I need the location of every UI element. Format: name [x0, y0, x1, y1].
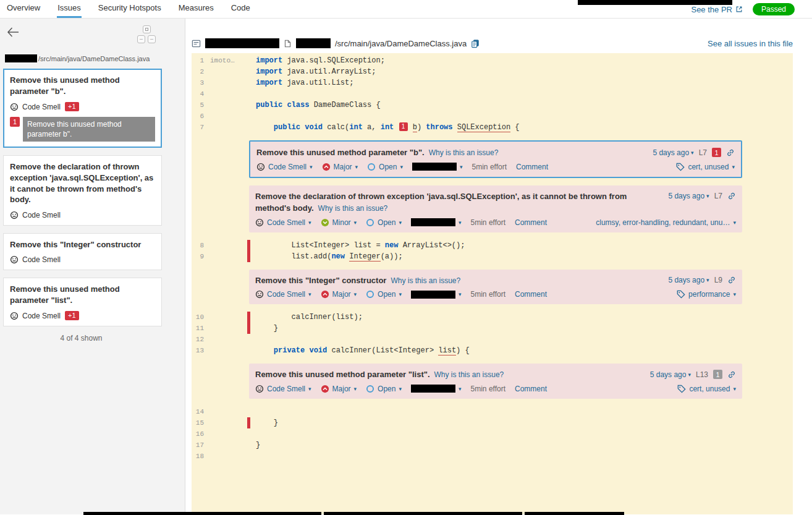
comment-link[interactable]: Comment [515, 290, 547, 299]
tab-code[interactable]: Code [230, 0, 251, 18]
severity-major-icon [321, 385, 329, 393]
assignee-dropdown[interactable]: ▾ [411, 218, 462, 226]
comment-link[interactable]: Comment [515, 218, 547, 227]
issue-location[interactable]: Integer [349, 252, 380, 262]
code-line: 7 public void calc(int a, int 1 b) throw… [192, 122, 793, 133]
location-count-badge[interactable]: 1 [712, 148, 721, 157]
assignee-dropdown[interactable]: ▾ [411, 291, 462, 299]
issue-location[interactable]: SQLException [457, 123, 510, 132]
issue-location[interactable]: b [413, 123, 417, 132]
comment-link[interactable]: Comment [515, 385, 547, 393]
status-dropdown[interactable]: Open▾ [366, 218, 402, 227]
issue-location[interactable]: list [438, 346, 456, 355]
changelog-dropdown[interactable]: 5 days ago▾ [668, 276, 709, 284]
issue-type-dropdown[interactable]: Code Smell▾ [255, 218, 311, 227]
tag-icon [677, 290, 685, 299]
code-line: 18 [192, 451, 793, 462]
issue-card-meta: Code Smell [10, 255, 155, 264]
issue-type-dropdown[interactable]: Code Smell▾ [255, 290, 311, 299]
tab-measures[interactable]: Measures [178, 0, 214, 18]
severity-dropdown[interactable]: Major▾ [321, 290, 357, 299]
external-link-icon [735, 6, 743, 13]
issue-effort: 5min effort [471, 290, 505, 299]
line-number[interactable]: 11 [192, 323, 210, 334]
issue-card-title: Remove this "Integer" constructor [10, 239, 155, 250]
line-number[interactable]: 7 [192, 122, 210, 133]
line-number[interactable]: 16 [192, 428, 210, 440]
permalink-icon[interactable] [727, 370, 736, 379]
location-count-badge[interactable]: 1 [713, 370, 722, 379]
line-number[interactable]: 4 [192, 88, 210, 100]
secondary-count-badge: +1 [65, 102, 79, 111]
changelog-dropdown[interactable]: 5 days ago▾ [650, 370, 691, 379]
tags-dropdown[interactable]: performance▾ [677, 290, 736, 299]
tags-dropdown[interactable]: cert, unused▾ [677, 385, 736, 393]
code-line: 14 [192, 406, 793, 417]
permalink-icon[interactable] [727, 276, 736, 284]
tab-security-hotspots[interactable]: Security Hotspots [98, 0, 162, 18]
issue-type-dropdown[interactable]: Code Smell▾ [256, 163, 313, 171]
line-number[interactable]: 15 [192, 417, 210, 428]
why-issue-link[interactable]: Why is this an issue? [429, 148, 499, 157]
line-number[interactable]: 17 [192, 440, 210, 451]
secondary-location-message[interactable]: Remove this unused method parameter b". [23, 117, 155, 142]
issue-type-dropdown[interactable]: Code Smell▾ [255, 385, 311, 393]
see-all-issues-link[interactable]: See all issues in this file [708, 39, 793, 48]
why-issue-link[interactable]: Why is this an issue? [318, 204, 388, 213]
severity-dropdown[interactable]: Major▾ [321, 385, 357, 393]
copy-path-icon[interactable] [471, 39, 480, 48]
status-dropdown[interactable]: Open▾ [366, 290, 402, 299]
back-button[interactable] [6, 26, 20, 38]
scm-author [210, 111, 247, 122]
line-number[interactable]: 9 [192, 251, 210, 262]
key-icon [143, 25, 151, 33]
line-number[interactable]: 13 [192, 345, 210, 356]
status-dropdown[interactable]: Open▾ [367, 163, 403, 171]
assignee-dropdown[interactable]: ▾ [411, 385, 462, 393]
permalink-icon[interactable] [727, 192, 736, 200]
scm-author [210, 251, 247, 262]
severity-dropdown[interactable]: Major▾ [322, 163, 358, 171]
changelog-dropdown[interactable]: 5 days ago▾ [653, 148, 693, 157]
code-text: List<Integer> list = new ArrayList<>(); [250, 240, 465, 251]
inline-issue[interactable]: Remove this "Integer" constructorWhy is … [249, 270, 742, 305]
tag-icon [677, 385, 686, 393]
line-number[interactable]: 8 [192, 240, 210, 251]
line-number[interactable]: 6 [192, 111, 210, 122]
issue-card[interactable]: Remove this unused method parameter "b".… [3, 69, 162, 148]
inline-issue[interactable]: Remove the declaration of thrown excepti… [249, 185, 742, 232]
line-number[interactable]: 5 [192, 100, 210, 111]
status-dropdown[interactable]: Open▾ [366, 385, 402, 393]
inline-issue[interactable]: Remove this unused method parameter "lis… [249, 364, 742, 399]
severity-dropdown[interactable]: Minor▾ [321, 218, 357, 227]
code-panel: /src/main/java/DameDameClass.java See al… [185, 19, 812, 514]
inline-issue[interactable]: Remove this unused method parameter "b".… [249, 140, 742, 178]
secondary-location-badge[interactable]: 1 [10, 117, 20, 127]
line-number[interactable]: 10 [192, 312, 210, 323]
why-issue-link[interactable]: Why is this an issue? [391, 276, 460, 285]
code-text [250, 406, 256, 417]
line-number[interactable]: 2 [192, 66, 210, 77]
line-number[interactable]: 14 [192, 406, 210, 417]
issue-card[interactable]: Remove this "Integer" constructor Code S… [3, 233, 162, 271]
assignee-dropdown[interactable]: ▾ [412, 163, 463, 171]
line-number[interactable]: 3 [192, 77, 210, 88]
tags-dropdown[interactable]: cert, unused▾ [676, 163, 735, 171]
line-number[interactable]: 18 [192, 451, 210, 462]
changelog-dropdown[interactable]: 5 days ago▾ [668, 192, 709, 200]
line-number[interactable]: 1 [192, 55, 210, 66]
tab-issues[interactable]: Issues [57, 0, 82, 18]
see-pr-link[interactable]: See the PR [691, 5, 743, 14]
why-issue-link[interactable]: Why is this an issue? [434, 370, 504, 379]
tags-dropdown[interactable]: clumsy, error-handling, redundant, unu…▾ [596, 218, 736, 227]
scm-author [210, 428, 247, 440]
line-number[interactable]: 12 [192, 334, 210, 345]
location-index-badge[interactable]: 1 [399, 122, 408, 131]
issue-card[interactable]: Remove the declaration of thrown excepti… [3, 155, 162, 225]
permalink-icon[interactable] [726, 148, 735, 157]
tab-overview[interactable]: Overview [6, 0, 41, 18]
issue-card[interactable]: Remove this unused method parameter "lis… [3, 278, 162, 326]
comment-link[interactable]: Comment [516, 163, 548, 171]
results-count: 4 of 4 shown [0, 334, 163, 343]
file-icon [284, 39, 292, 48]
